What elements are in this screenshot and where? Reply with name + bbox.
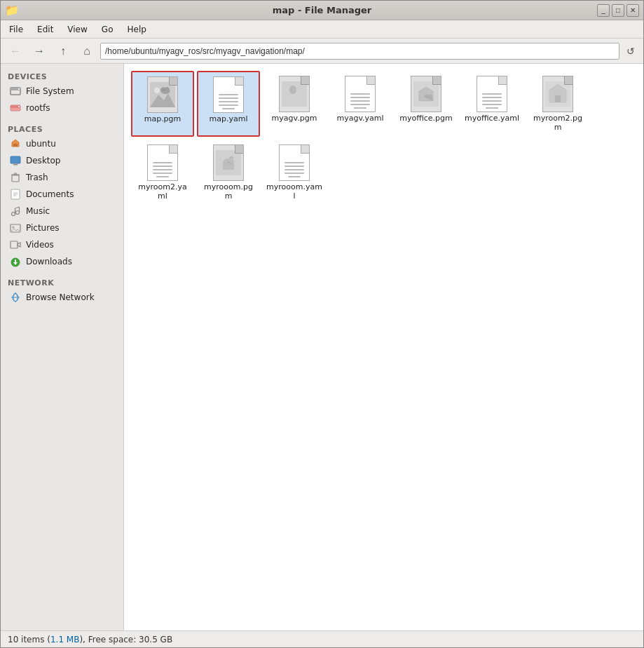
- status-bar: 10 items (1.1 MB), Free space: 30.5 GB: [1, 630, 643, 647]
- myrooom-yaml-name: myrooom.yaml: [266, 182, 322, 201]
- file-item-myagv-yaml[interactable]: myagv.yaml: [329, 71, 392, 137]
- svg-rect-24: [11, 241, 18, 248]
- file-item-myrooom-yaml[interactable]: myrooom.yaml: [263, 140, 326, 205]
- svg-point-18: [16, 211, 20, 215]
- browse-network-icon: [9, 291, 22, 304]
- videos-icon: [9, 238, 22, 251]
- rootfs-label: rootfs: [26, 103, 50, 113]
- sidebar-item-ubuntu[interactable]: ubuntu: [2, 135, 122, 152]
- maximize-button[interactable]: □: [612, 4, 624, 17]
- up-button[interactable]: ↑: [53, 41, 74, 61]
- svg-rect-36: [282, 81, 307, 107]
- myoffice-pgm-name: myoffice.pgm: [399, 114, 453, 123]
- myagv-pgm-icon: [276, 76, 313, 112]
- places-section-title: PLACES: [1, 122, 123, 135]
- myroom2-yaml-name: myroom2.yaml: [135, 182, 191, 201]
- svg-point-5: [18, 106, 20, 107]
- file-item-map-pgm[interactable]: map.pgm: [131, 71, 194, 137]
- downloads-icon: [9, 255, 22, 268]
- file-item-myoffice-yaml[interactable]: myoffice.yaml: [460, 71, 523, 137]
- address-bar: [100, 43, 619, 60]
- myrooom-yaml-icon: [276, 144, 313, 181]
- menu-file[interactable]: File: [4, 23, 29, 36]
- file-item-myrooom-pgm[interactable]: myrooom.pgm: [197, 140, 260, 205]
- myagv-yaml-name: myagv.yaml: [336, 114, 383, 123]
- status-size-link[interactable]: 1.1 MB: [50, 635, 79, 644]
- refresh-button[interactable]: ↺: [622, 43, 639, 60]
- myroom2-yaml-icon: [144, 144, 181, 181]
- svg-rect-6: [15, 144, 17, 147]
- file-item-myroom2-yaml[interactable]: myroom2.yaml: [131, 140, 194, 205]
- close-button[interactable]: ✕: [626, 4, 639, 17]
- file-item-myoffice-pgm[interactable]: myoffice.pgm: [395, 71, 458, 137]
- sidebar-item-documents[interactable]: Documents: [2, 186, 122, 203]
- sidebar-item-filesystem[interactable]: File System: [2, 83, 122, 100]
- map-yaml-icon: [210, 76, 247, 113]
- sidebar-item-browse-network[interactable]: Browse Network: [2, 289, 122, 306]
- sidebar: DEVICES File System rootfs PLACES ubu: [1, 64, 124, 630]
- svg-rect-7: [11, 156, 20, 163]
- desktop-label: Desktop: [26, 156, 61, 166]
- file-item-myroom2-pgm[interactable]: myroom2.pgm: [526, 71, 589, 137]
- home-button[interactable]: ⌂: [76, 41, 97, 61]
- menu-view[interactable]: View: [62, 23, 93, 36]
- menu-bar: File Edit View Go Help: [1, 20, 643, 39]
- music-icon: [9, 205, 22, 217]
- back-button[interactable]: ←: [5, 41, 26, 61]
- myrooom-pgm-icon: [210, 144, 247, 181]
- svg-point-35: [163, 89, 165, 90]
- devices-section-title: DEVICES: [1, 69, 123, 83]
- window: 📁 map - File Manager _ □ ✕ File Edit Vie…: [0, 0, 644, 648]
- trash-label: Trash: [26, 173, 48, 182]
- sidebar-item-videos[interactable]: Videos: [2, 236, 122, 253]
- filesystem-label: File System: [26, 86, 74, 96]
- network-section-title: NETWORK: [1, 276, 123, 289]
- sidebar-item-music[interactable]: Music: [2, 203, 122, 220]
- status-text: 10 items (1.1 MB), Free space: 30.5 GB: [8, 635, 172, 644]
- filesystem-icon: [9, 85, 22, 97]
- status-prefix: 10 items (: [8, 635, 50, 644]
- sidebar-item-trash[interactable]: Trash: [2, 169, 122, 186]
- map-yaml-name: map.yaml: [210, 114, 248, 123]
- window-icon: 📁: [5, 4, 19, 17]
- rootfs-icon: [9, 102, 22, 114]
- ubuntu-icon: [9, 137, 22, 150]
- downloads-label: Downloads: [26, 257, 72, 266]
- file-item-myagv-pgm[interactable]: myagv.pgm: [263, 71, 326, 137]
- svg-marker-25: [18, 243, 20, 247]
- file-area[interactable]: map.pgm map.yaml: [124, 64, 643, 630]
- myroom2-pgm-name: myroom2.pgm: [530, 114, 586, 132]
- myagv-pgm-name: myagv.pgm: [272, 114, 317, 123]
- toolbar: ← → ↑ ⌂ ↺: [1, 39, 643, 64]
- file-item-map-yaml[interactable]: map.yaml: [197, 71, 260, 137]
- videos-label: Videos: [26, 240, 54, 250]
- forward-button[interactable]: →: [29, 41, 50, 61]
- myoffice-pgm-icon: [408, 76, 444, 112]
- map-pgm-icon: [144, 76, 181, 113]
- myagv-yaml-icon: [342, 76, 378, 112]
- sidebar-item-pictures[interactable]: Pictures: [2, 220, 122, 236]
- documents-label: Documents: [26, 189, 74, 199]
- menu-help[interactable]: Help: [121, 23, 151, 36]
- svg-line-20: [15, 207, 20, 208]
- myoffice-yaml-icon: [474, 76, 510, 112]
- minimize-button[interactable]: _: [597, 4, 610, 17]
- address-input[interactable]: [105, 46, 615, 56]
- browse-network-label: Browse Network: [26, 292, 95, 302]
- svg-rect-34: [150, 82, 175, 107]
- pictures-icon: [9, 222, 22, 234]
- sidebar-item-rootfs[interactable]: rootfs: [2, 100, 122, 116]
- trash-icon: [9, 171, 22, 184]
- menu-edit[interactable]: Edit: [32, 23, 59, 36]
- svg-point-2: [18, 88, 20, 90]
- svg-rect-12: [14, 173, 17, 175]
- status-suffix: ), Free space: 30.5 GB: [79, 635, 172, 644]
- myrooom-pgm-name: myrooom.pgm: [200, 182, 256, 201]
- window-controls: _ □ ✕: [597, 4, 639, 17]
- svg-rect-8: [13, 164, 18, 166]
- sidebar-item-desktop[interactable]: Desktop: [2, 152, 122, 169]
- menu-go[interactable]: Go: [96, 23, 119, 36]
- window-title: map - File Manager: [273, 5, 371, 15]
- sidebar-item-downloads[interactable]: Downloads: [2, 253, 122, 270]
- pictures-label: Pictures: [26, 223, 60, 233]
